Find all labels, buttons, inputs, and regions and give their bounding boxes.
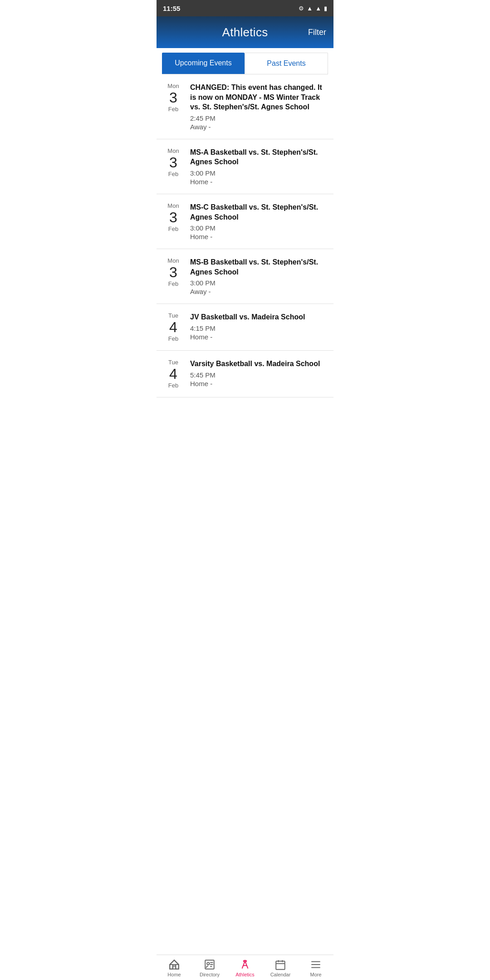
event-item[interactable]: Mon 3 Feb MS-B Basketball vs. St. Stephe…	[157, 249, 333, 304]
event-time: 3:00 PM	[190, 279, 327, 287]
event-month: Feb	[163, 171, 184, 177]
event-date-num: 3	[163, 210, 184, 225]
wifi-icon: ▲	[307, 5, 313, 12]
event-time: 4:15 PM	[190, 324, 327, 332]
event-location: Away -	[190, 123, 327, 131]
event-day-of-week: Mon	[163, 147, 184, 154]
event-date-num: 3	[163, 265, 184, 279]
event-tabs: Upcoming Events Past Events	[162, 53, 328, 74]
event-details: MS-A Basketball vs. St. Stephen's/St. Ag…	[190, 147, 327, 186]
event-day-of-week: Mon	[163, 257, 184, 264]
event-date-num: 3	[163, 155, 184, 170]
event-date-num: 3	[163, 90, 184, 105]
status-bar: 11:55 ⚙ ▲ ▲ ▮	[157, 0, 333, 16]
event-day-of-week: Tue	[163, 359, 184, 366]
event-month: Feb	[163, 335, 184, 342]
event-location: Home -	[190, 233, 327, 240]
event-time: 3:00 PM	[190, 224, 327, 232]
filter-button[interactable]: Filter	[308, 28, 326, 37]
event-day-of-week: Tue	[163, 312, 184, 319]
event-item[interactable]: Tue 4 Feb Varsity Basketball vs. Madeira…	[157, 351, 333, 397]
event-title: JV Basketball vs. Madeira School	[190, 312, 327, 322]
event-date: Mon 3 Feb	[163, 257, 190, 287]
event-location: Home -	[190, 333, 327, 341]
event-details: Varsity Basketball vs. Madeira School 5:…	[190, 359, 327, 387]
event-month: Feb	[163, 280, 184, 287]
event-item[interactable]: Mon 3 Feb MS-C Basketball vs. St. Stephe…	[157, 194, 333, 249]
event-details: MS-C Basketball vs. St. Stephen's/St. Ag…	[190, 202, 327, 240]
event-item[interactable]: Mon 3 Feb CHANGED: This event has change…	[157, 74, 333, 139]
battery-icon: ▮	[324, 5, 327, 12]
status-time: 11:55	[163, 5, 180, 12]
event-month: Feb	[163, 106, 184, 113]
event-location: Away -	[190, 288, 327, 295]
event-title: MS-B Basketball vs. St. Stephen's/St. Ag…	[190, 257, 327, 277]
events-list: Mon 3 Feb CHANGED: This event has change…	[157, 74, 333, 434]
event-day-of-week: Mon	[163, 202, 184, 209]
event-details: JV Basketball vs. Madeira School 4:15 PM…	[190, 312, 327, 341]
tab-past[interactable]: Past Events	[245, 53, 328, 74]
page-title: Athletics	[222, 25, 268, 39]
event-title: MS-A Basketball vs. St. Stephen's/St. Ag…	[190, 147, 327, 167]
tab-upcoming[interactable]: Upcoming Events	[162, 53, 245, 74]
event-details: MS-B Basketball vs. St. Stephen's/St. Ag…	[190, 257, 327, 295]
event-title: MS-C Basketball vs. St. Stephen's/St. Ag…	[190, 202, 327, 222]
event-day-of-week: Mon	[163, 83, 184, 89]
status-icons: ⚙ ▲ ▲ ▮	[299, 5, 327, 12]
settings-icon: ⚙	[299, 5, 304, 12]
event-month: Feb	[163, 382, 184, 389]
event-location: Home -	[190, 178, 327, 186]
event-title: CHANGED: This event has changed. It is n…	[190, 83, 327, 112]
event-date: Tue 4 Feb	[163, 312, 190, 342]
event-item[interactable]: Mon 3 Feb MS-A Basketball vs. St. Stephe…	[157, 139, 333, 194]
event-date: Tue 4 Feb	[163, 359, 190, 389]
event-month: Feb	[163, 225, 184, 232]
event-date-num: 4	[163, 320, 184, 334]
event-date: Mon 3 Feb	[163, 147, 190, 177]
signal-icon: ▲	[315, 5, 321, 12]
event-date: Mon 3 Feb	[163, 202, 190, 232]
event-item[interactable]: Tue 4 Feb JV Basketball vs. Madeira Scho…	[157, 304, 333, 351]
event-date-num: 4	[163, 367, 184, 381]
event-date: Mon 3 Feb	[163, 83, 190, 113]
header: Athletics Filter	[157, 16, 333, 48]
event-location: Home -	[190, 380, 327, 387]
event-title: Varsity Basketball vs. Madeira School	[190, 359, 327, 369]
event-details: CHANGED: This event has changed. It is n…	[190, 83, 327, 131]
event-time: 3:00 PM	[190, 169, 327, 177]
event-time: 5:45 PM	[190, 371, 327, 379]
event-time: 2:45 PM	[190, 114, 327, 122]
